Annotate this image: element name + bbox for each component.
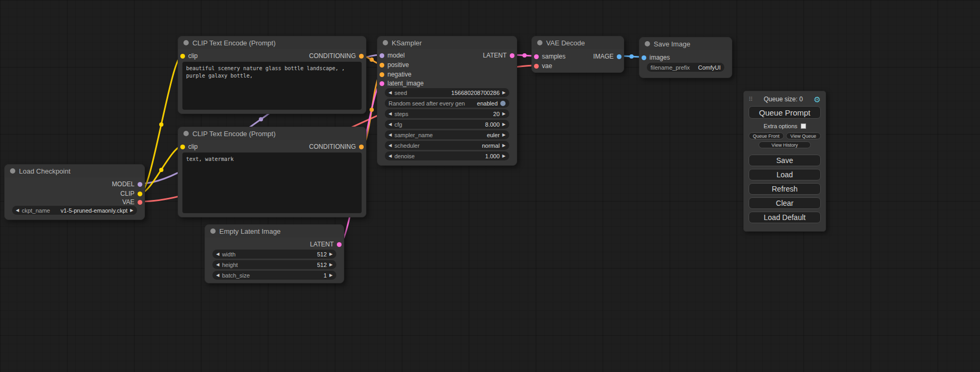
decrement-icon[interactable]: ◀ — [389, 112, 392, 116]
input-negative[interactable]: negative — [380, 71, 411, 78]
link-midpoint[interactable] — [159, 122, 163, 127]
view-history-button[interactable]: View History — [759, 141, 811, 148]
input-model[interactable]: model — [380, 52, 405, 59]
input-vae[interactable]: vae — [534, 62, 552, 70]
decrement-icon[interactable]: ◀ — [389, 154, 392, 158]
node-ksampler[interactable]: KSampler model positive negative latent_… — [377, 36, 517, 166]
node-titlebar[interactable]: CLIP Text Encode (Prompt) — [178, 36, 366, 49]
output-image[interactable]: IMAGE — [593, 53, 622, 60]
collapse-dot-icon[interactable] — [537, 40, 542, 45]
collapse-dot-icon[interactable] — [383, 40, 388, 45]
load-default-button[interactable]: Load Default — [749, 212, 821, 223]
collapse-dot-icon[interactable] — [645, 41, 650, 46]
node-clip-text-encode-positive[interactable]: CLIP Text Encode (Prompt) clip CONDITION… — [178, 36, 366, 114]
input-clip[interactable]: clip — [180, 143, 198, 150]
prompt-text-input[interactable]: beautiful scenery nature glass bottle la… — [182, 62, 362, 110]
latent-port-icon[interactable] — [534, 54, 539, 59]
increment-icon[interactable]: ▶ — [502, 122, 506, 127]
node-save-image[interactable]: Save Image images filename_prefix ComfyU… — [639, 37, 732, 78]
increment-icon[interactable]: ▶ — [502, 112, 506, 116]
decrement-icon[interactable]: ◀ — [389, 122, 392, 127]
node-clip-text-encode-negative[interactable]: CLIP Text Encode (Prompt) clip CONDITION… — [178, 127, 366, 217]
latent-port-icon[interactable] — [510, 53, 515, 58]
increment-icon[interactable]: ▶ — [329, 252, 333, 256]
settings-gear-icon[interactable]: ⚙ — [814, 96, 821, 103]
widget-batch-size[interactable]: ◀ batch_size 1 ▶ — [212, 271, 336, 280]
save-button[interactable]: Save — [749, 155, 821, 166]
output-conditioning[interactable]: CONDITIONING — [309, 143, 364, 150]
decrement-icon[interactable]: ◀ — [16, 208, 19, 213]
toggle-indicator-icon[interactable] — [500, 101, 506, 106]
increment-icon[interactable]: ▶ — [329, 263, 333, 267]
widget-height[interactable]: ◀ height 512 ▶ — [212, 260, 336, 269]
input-positive[interactable]: positive — [380, 61, 409, 69]
link-midpoint[interactable] — [259, 117, 263, 121]
latent-port-icon[interactable] — [337, 242, 342, 247]
node-vae-decode[interactable]: VAE Decode samples vae IMAGE — [531, 36, 624, 73]
model-port-icon[interactable] — [380, 53, 384, 58]
widget-seed[interactable]: ◀ seed 156680208700286 ▶ — [385, 88, 509, 97]
decrement-icon[interactable]: ◀ — [389, 133, 392, 137]
collapse-dot-icon[interactable] — [183, 40, 189, 45]
output-latent[interactable]: LATENT — [483, 52, 515, 59]
collapse-dot-icon[interactable] — [10, 168, 15, 174]
link-midpoint[interactable] — [522, 53, 527, 58]
node-titlebar[interactable]: VAE Decode — [532, 36, 624, 49]
conditioning-port-icon[interactable] — [380, 63, 384, 68]
decrement-icon[interactable]: ◀ — [216, 252, 219, 256]
queue-prompt-button[interactable]: Queue Prompt — [749, 106, 821, 119]
increment-icon[interactable]: ▶ — [502, 91, 506, 95]
widget-filename-prefix[interactable]: filename_prefix ComfyUI — [647, 63, 724, 72]
link-midpoint[interactable] — [159, 168, 163, 172]
decrement-icon[interactable]: ◀ — [389, 91, 392, 95]
input-clip[interactable]: clip — [180, 52, 198, 60]
increment-icon[interactable]: ▶ — [502, 154, 506, 158]
vae-port-icon[interactable] — [138, 200, 142, 205]
widget-ckpt-name[interactable]: ◀ ckpt_name v1-5-pruned-emaonly.ckpt ▶ — [12, 206, 137, 215]
conditioning-port-icon[interactable] — [359, 54, 364, 59]
collapse-dot-icon[interactable] — [183, 131, 189, 136]
widget-cfg[interactable]: ◀ cfg 8.000 ▶ — [385, 120, 509, 129]
decrement-icon[interactable]: ◀ — [389, 144, 392, 148]
conditioning-port-icon[interactable] — [359, 145, 364, 149]
vae-port-icon[interactable] — [534, 64, 539, 69]
widget-width[interactable]: ◀ width 512 ▶ — [212, 250, 336, 259]
link-midpoint[interactable] — [370, 58, 374, 62]
view-queue-button[interactable]: View Queue — [786, 132, 821, 139]
queue-front-button[interactable]: Queue Front — [749, 132, 784, 139]
extra-options-checkbox[interactable] — [801, 123, 806, 129]
queue-menu-panel[interactable]: ⠿ Queue size: 0 ⚙ Queue Prompt Extra opt… — [743, 91, 826, 232]
decrement-icon[interactable]: ◀ — [216, 273, 219, 278]
output-latent[interactable]: LATENT — [310, 241, 342, 248]
widget-sampler-name[interactable]: ◀ sampler_name euler ▶ — [385, 130, 509, 139]
node-load-checkpoint[interactable]: Load Checkpoint MODEL CLIP VAE ◀ ckpt_na… — [4, 164, 145, 220]
output-model[interactable]: MODEL — [112, 180, 142, 188]
load-button[interactable]: Load — [749, 169, 821, 180]
collapse-dot-icon[interactable] — [210, 228, 216, 234]
drag-handle-icon[interactable]: ⠿ — [749, 96, 753, 103]
node-titlebar[interactable]: Load Checkpoint — [5, 165, 144, 177]
link-midpoint[interactable] — [370, 108, 374, 112]
input-samples[interactable]: samples — [534, 53, 566, 60]
clip-port-icon[interactable] — [138, 192, 142, 196]
widget-random-seed-toggle[interactable]: Random seed after every gen enabled — [385, 99, 509, 108]
refresh-button[interactable]: Refresh — [749, 183, 821, 195]
increment-icon[interactable]: ▶ — [502, 144, 506, 148]
widget-steps[interactable]: ◀ steps 20 ▶ — [385, 109, 509, 118]
input-latent-image[interactable]: latent_image — [380, 80, 424, 87]
node-titlebar[interactable]: CLIP Text Encode (Prompt) — [178, 127, 366, 140]
output-conditioning[interactable]: CONDITIONING — [309, 52, 364, 60]
conditioning-port-icon[interactable] — [380, 72, 384, 77]
increment-icon[interactable]: ▶ — [329, 273, 333, 278]
clip-port-icon[interactable] — [180, 54, 185, 59]
output-clip[interactable]: CLIP — [120, 190, 142, 197]
decrement-icon[interactable]: ◀ — [216, 263, 219, 267]
input-images[interactable]: images — [642, 54, 670, 61]
link-midpoint[interactable] — [629, 54, 634, 59]
node-empty-latent-image[interactable]: Empty Latent Image LATENT ◀ width 512 ▶ … — [205, 224, 344, 283]
node-titlebar[interactable]: KSampler — [377, 36, 517, 49]
increment-icon[interactable]: ▶ — [502, 133, 506, 137]
increment-icon[interactable]: ▶ — [130, 208, 133, 213]
node-titlebar[interactable]: Empty Latent Image — [205, 225, 344, 237]
widget-denoise[interactable]: ◀ denoise 1.000 ▶ — [385, 151, 509, 160]
